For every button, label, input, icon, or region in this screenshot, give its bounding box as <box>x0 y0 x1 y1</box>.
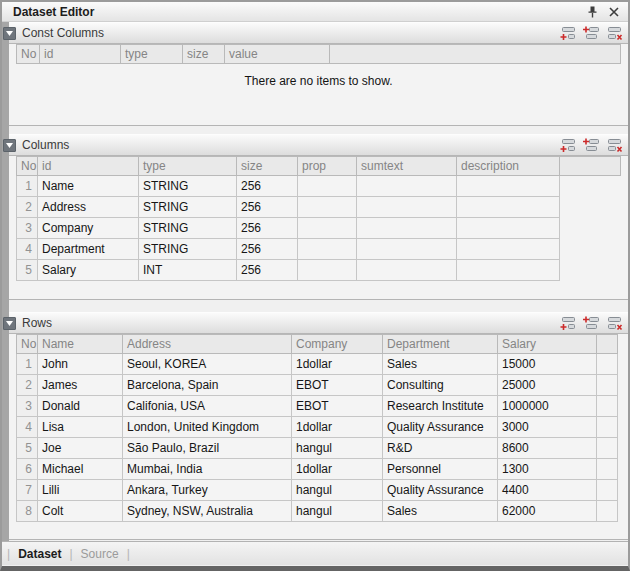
add-row-button[interactable] <box>560 316 577 331</box>
data-cell[interactable] <box>457 260 560 281</box>
data-cell[interactable] <box>357 260 457 281</box>
collapse-button[interactable] <box>3 317 16 330</box>
data-cell[interactable]: 15000 <box>498 354 597 375</box>
row-number-cell[interactable]: 7 <box>17 480 38 501</box>
column-header[interactable]: size <box>183 45 225 64</box>
data-cell[interactable]: Department <box>38 239 139 260</box>
column-header[interactable]: Address <box>123 335 292 354</box>
column-header[interactable]: description <box>457 157 560 176</box>
row-number-cell[interactable]: 1 <box>17 176 38 197</box>
data-cell[interactable]: Research Institute <box>383 396 498 417</box>
row-number-cell[interactable]: 1 <box>17 354 38 375</box>
delete-row-button[interactable] <box>606 138 623 153</box>
data-cell[interactable]: Seoul, KOREA <box>123 354 292 375</box>
data-cell[interactable]: Personnel <box>383 459 498 480</box>
data-cell[interactable]: Lilli <box>38 480 123 501</box>
data-cell[interactable]: 256 <box>237 176 298 197</box>
column-header[interactable]: Name <box>38 335 123 354</box>
column-header[interactable]: value <box>225 45 330 64</box>
data-cell[interactable]: Quality Assurance <box>383 417 498 438</box>
data-cell[interactable]: Salary <box>38 260 139 281</box>
delete-row-button[interactable] <box>606 316 623 331</box>
data-cell[interactable]: hangul <box>292 480 383 501</box>
tail-cell[interactable] <box>597 438 618 459</box>
data-cell[interactable]: R&D <box>383 438 498 459</box>
row-number-cell[interactable]: 5 <box>17 260 38 281</box>
data-cell[interactable]: Company <box>38 218 139 239</box>
tail-cell[interactable] <box>597 459 618 480</box>
tail-cell[interactable] <box>560 218 621 239</box>
insert-row-button[interactable] <box>583 26 600 41</box>
tail-cell[interactable] <box>597 396 618 417</box>
data-cell[interactable]: 1300 <box>498 459 597 480</box>
data-cell[interactable]: STRING <box>139 197 237 218</box>
tail-cell[interactable] <box>597 354 618 375</box>
column-header[interactable]: type <box>121 45 183 64</box>
tail-cell[interactable] <box>597 417 618 438</box>
data-cell[interactable]: Mumbai, India <box>123 459 292 480</box>
collapse-button[interactable] <box>3 27 16 40</box>
data-cell[interactable]: 1dollar <box>292 459 383 480</box>
data-cell[interactable]: EBOT <box>292 375 383 396</box>
data-cell[interactable]: Quality Assurance <box>383 480 498 501</box>
data-cell[interactable]: Lisa <box>38 417 123 438</box>
data-cell[interactable]: Ankara, Turkey <box>123 480 292 501</box>
collapse-button[interactable] <box>3 139 16 152</box>
row-number-cell[interactable]: 4 <box>17 239 38 260</box>
delete-row-button[interactable] <box>606 26 623 41</box>
data-cell[interactable] <box>457 218 560 239</box>
data-cell[interactable]: 256 <box>237 218 298 239</box>
data-cell[interactable]: EBOT <box>292 396 383 417</box>
data-cell[interactable]: 3000 <box>498 417 597 438</box>
tail-cell[interactable] <box>560 239 621 260</box>
data-cell[interactable] <box>298 260 357 281</box>
data-cell[interactable] <box>357 176 457 197</box>
data-cell[interactable] <box>357 239 457 260</box>
row-number-cell[interactable]: 2 <box>17 375 38 396</box>
column-header[interactable]: sumtext <box>357 157 457 176</box>
tail-cell[interactable] <box>597 501 618 522</box>
close-button[interactable] <box>609 7 619 17</box>
data-cell[interactable] <box>298 218 357 239</box>
column-header[interactable]: id <box>40 45 121 64</box>
data-cell[interactable]: STRING <box>139 176 237 197</box>
column-header[interactable]: Salary <box>498 335 597 354</box>
row-number-cell[interactable]: 3 <box>17 218 38 239</box>
tab-source[interactable]: Source <box>81 547 119 561</box>
row-number-cell[interactable]: 4 <box>17 417 38 438</box>
data-cell[interactable]: London, United Kingdom <box>123 417 292 438</box>
data-cell[interactable]: Sales <box>383 501 498 522</box>
column-header[interactable]: prop <box>298 157 357 176</box>
data-cell[interactable]: Michael <box>38 459 123 480</box>
column-header[interactable]: Department <box>383 335 498 354</box>
data-cell[interactable] <box>357 218 457 239</box>
row-number-cell[interactable]: 2 <box>17 197 38 218</box>
tail-cell[interactable] <box>560 260 621 281</box>
data-cell[interactable] <box>298 176 357 197</box>
add-row-button[interactable] <box>560 26 577 41</box>
data-cell[interactable] <box>357 197 457 218</box>
row-number-cell[interactable]: 8 <box>17 501 38 522</box>
data-cell[interactable] <box>298 239 357 260</box>
data-cell[interactable]: 256 <box>237 239 298 260</box>
insert-row-button[interactable] <box>583 138 600 153</box>
data-cell[interactable]: 256 <box>237 260 298 281</box>
data-cell[interactable] <box>298 197 357 218</box>
data-cell[interactable]: Donald <box>38 396 123 417</box>
data-cell[interactable]: STRING <box>139 239 237 260</box>
data-cell[interactable]: 25000 <box>498 375 597 396</box>
column-header[interactable]: No <box>17 335 38 354</box>
data-cell[interactable]: 1000000 <box>498 396 597 417</box>
row-number-cell[interactable]: 3 <box>17 396 38 417</box>
row-number-cell[interactable]: 5 <box>17 438 38 459</box>
tail-cell[interactable] <box>597 480 618 501</box>
column-header[interactable]: size <box>237 157 298 176</box>
data-cell[interactable] <box>457 197 560 218</box>
column-header[interactable]: No <box>17 157 38 176</box>
data-cell[interactable]: 256 <box>237 197 298 218</box>
tab-dataset[interactable]: Dataset <box>18 547 61 561</box>
data-cell[interactable]: Address <box>38 197 139 218</box>
data-cell[interactable]: Name <box>38 176 139 197</box>
row-number-cell[interactable]: 6 <box>17 459 38 480</box>
data-cell[interactable]: hangul <box>292 501 383 522</box>
